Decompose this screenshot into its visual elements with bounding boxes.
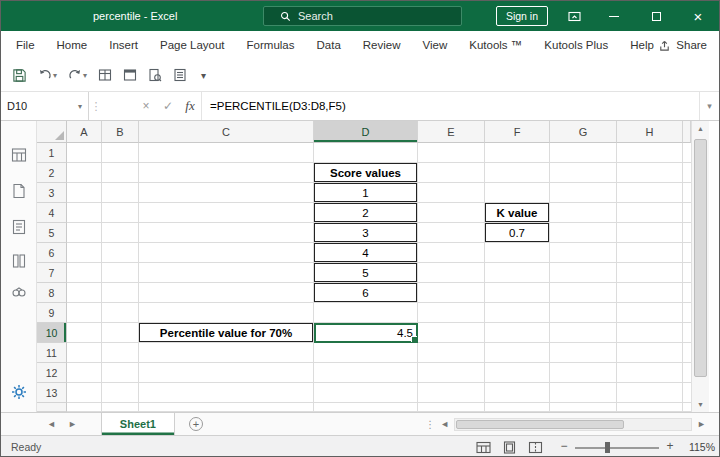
name-box-dropdown-icon[interactable]: ▾ [78,102,82,111]
formula-bar-resize-handle[interactable]: ⋮ [89,100,103,113]
page-layout-view-button[interactable] [501,439,518,456]
cell-F9[interactable] [485,303,550,323]
cell-E10[interactable] [418,323,485,343]
cell-D4[interactable]: 2 [314,203,418,223]
qat-window-button[interactable] [120,64,140,86]
undo-button[interactable]: ▾ [35,64,60,86]
cell-D12[interactable] [314,363,418,383]
cell-E6[interactable] [418,243,485,263]
cell-A6[interactable] [67,243,102,263]
cell-G7[interactable] [550,263,617,283]
cell-C12[interactable] [139,363,314,383]
maximize-button[interactable] [641,1,671,31]
cell-B1[interactable] [102,143,139,163]
customize-toolbar-dropdown-icon[interactable]: ▾ [201,70,206,81]
cell-A8[interactable] [67,283,102,303]
ribbon-tab-kutools[interactable]: Kutools ™ [458,31,533,59]
cell-E4[interactable] [418,203,485,223]
zoom-slider[interactable] [575,447,659,449]
cell-B13[interactable] [102,383,139,403]
row-header-9[interactable]: 9 [37,303,67,323]
scroll-down-icon[interactable]: ▼ [692,397,709,412]
cell-D9[interactable] [314,303,418,323]
cell-F8[interactable] [485,283,550,303]
cell-A7[interactable] [67,263,102,283]
cell-G4[interactable] [550,203,617,223]
cell-D11[interactable] [314,343,418,363]
sheet-nav-right-icon[interactable]: ► [62,419,83,429]
row-header-8[interactable]: 8 [37,283,67,303]
cell-H10[interactable] [617,323,683,343]
ribbon-tab-home[interactable]: Home [46,31,99,59]
cell-E13[interactable] [418,383,485,403]
cell-B9[interactable] [102,303,139,323]
close-button[interactable]: × [683,1,713,31]
cell-C8[interactable] [139,283,314,303]
column-header-A[interactable]: A [67,121,102,143]
sheet-tab-sheet1[interactable]: Sheet1 [101,413,175,435]
cell-G5[interactable] [550,223,617,243]
panel-autotext-icon[interactable] [11,219,27,235]
qat-preview-button[interactable] [145,64,165,86]
cell-G1[interactable] [550,143,617,163]
cell-D5[interactable]: 3 [314,223,418,243]
cell-H13[interactable] [617,383,683,403]
zoom-slider-thumb[interactable] [605,442,610,453]
ribbon-tab-view[interactable]: View [412,31,459,59]
ribbon-tab-review[interactable]: Review [352,31,412,59]
cell-A3[interactable] [67,183,102,203]
vertical-scroll-thumb[interactable] [694,139,707,377]
cell-A12[interactable] [67,363,102,383]
cell-B12[interactable] [102,363,139,383]
cell-H11[interactable] [617,343,683,363]
qat-table-button[interactable] [95,64,115,86]
cell-C6[interactable] [139,243,314,263]
row-header-5[interactable]: 5 [37,223,67,243]
cell-F3[interactable] [485,183,550,203]
cell-A13[interactable] [67,383,102,403]
cell-H9[interactable] [617,303,683,323]
qat-list-button[interactable] [170,64,190,86]
cell-H4[interactable] [617,203,683,223]
cell-A4[interactable] [67,203,102,223]
column-header-D[interactable]: D [314,121,418,143]
row-header-4[interactable]: 4 [37,203,67,223]
cell-G12[interactable] [550,363,617,383]
cell-F13[interactable] [485,383,550,403]
minimize-button[interactable] [599,1,629,31]
save-button[interactable] [9,64,30,86]
cell-C7[interactable] [139,263,314,283]
cell-H12[interactable] [617,363,683,383]
cell-E5[interactable] [418,223,485,243]
row-header-2[interactable]: 2 [37,163,67,183]
sign-in-button[interactable]: Sign in [496,6,548,26]
cell-G11[interactable] [550,343,617,363]
cell-H6[interactable] [617,243,683,263]
panel-worksheet-icon[interactable] [11,183,27,199]
cell-D2[interactable]: Score values [314,163,418,183]
settings-gear-icon[interactable] [11,384,27,400]
sheet-nav-left-icon[interactable]: ◄ [41,419,62,429]
cell-C5[interactable] [139,223,314,243]
cell-G8[interactable] [550,283,617,303]
cell-F12[interactable] [485,363,550,383]
column-header-B[interactable]: B [102,121,139,143]
column-header-E[interactable]: E [418,121,485,143]
cell-F1[interactable] [485,143,550,163]
cell-E12[interactable] [418,363,485,383]
cell-B4[interactable] [102,203,139,223]
cell-A5[interactable] [67,223,102,243]
cell-E8[interactable] [418,283,485,303]
cell-E11[interactable] [418,343,485,363]
cell-G9[interactable] [550,303,617,323]
ribbon-tab-formulas[interactable]: Formulas [236,31,306,59]
cell-H5[interactable] [617,223,683,243]
cell-E9[interactable] [418,303,485,323]
cell-H2[interactable] [617,163,683,183]
ribbon-tab-page-layout[interactable]: Page Layout [149,31,236,59]
cell-C2[interactable] [139,163,314,183]
cell-C4[interactable] [139,203,314,223]
hscroll-left-icon[interactable]: ◄ [435,419,454,429]
cell-F10[interactable] [485,323,550,343]
cell-B8[interactable] [102,283,139,303]
